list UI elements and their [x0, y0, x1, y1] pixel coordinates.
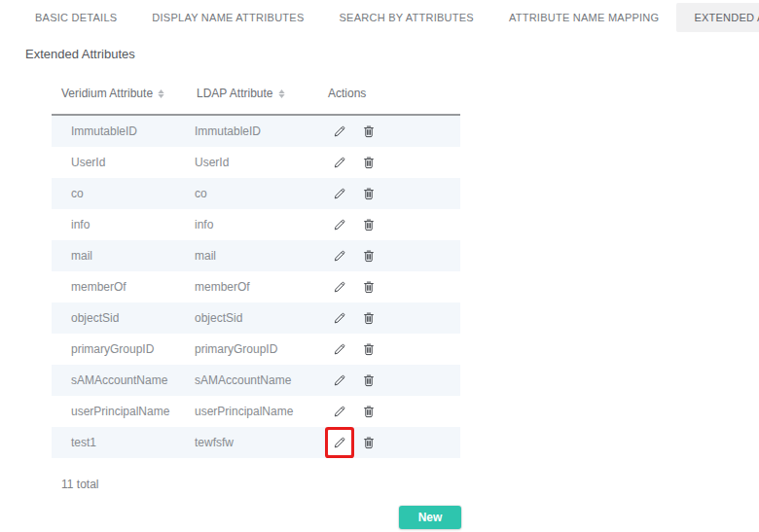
actions-cell [328, 212, 460, 237]
trash-icon [362, 218, 376, 231]
delete-button[interactable] [357, 337, 380, 362]
pencil-icon [333, 249, 346, 263]
veridium-attribute-cell: objectSid [71, 311, 195, 325]
edit-button[interactable] [328, 243, 351, 268]
footer-actions: New [52, 506, 461, 529]
delete-button[interactable] [357, 368, 380, 393]
table-row: UserIdUserId [52, 147, 460, 178]
actions-cell [328, 119, 460, 144]
tab-bar: BASIC DETAILSDISPLAY NAME ATTRIBUTESSEAR… [18, 3, 755, 32]
edit-button[interactable] [328, 212, 351, 237]
veridium-attribute-cell: info [71, 218, 195, 231]
delete-button[interactable] [357, 305, 380, 331]
tab-attribute-name-mapping[interactable]: ATTRIBUTE NAME MAPPING [491, 3, 676, 32]
veridium-attribute-cell: primaryGroupID [71, 342, 195, 356]
trash-icon [362, 280, 376, 294]
delete-button[interactable] [357, 430, 380, 455]
table-row: coco [52, 178, 460, 209]
trash-icon [362, 311, 376, 325]
tab-extended-attributes[interactable]: EXTENDED ATTRIBUTES [676, 3, 759, 32]
edit-button-highlighted[interactable] [328, 430, 351, 455]
ldap-attribute-cell: tewfsfw [195, 436, 328, 449]
new-button[interactable]: New [399, 506, 461, 529]
delete-button[interactable] [357, 399, 380, 424]
delete-button[interactable] [357, 212, 380, 237]
pencil-icon [333, 405, 346, 418]
extended-attributes-table: Veridium Attribute LDAP Attribute Action… [52, 77, 460, 458]
edit-button[interactable] [328, 399, 351, 424]
veridium-attribute-cell: co [71, 187, 195, 200]
ldap-attribute-cell: ImmutableID [195, 124, 328, 138]
page-title: Extended Attributes [25, 47, 759, 61]
trash-icon [362, 342, 376, 356]
edit-button[interactable] [328, 368, 351, 393]
table-row: infoinfo [52, 209, 460, 240]
tab-basic-details[interactable]: BASIC DETAILS [18, 3, 134, 32]
pencil-icon [333, 280, 346, 294]
pencil-icon [333, 124, 346, 138]
actions-cell [328, 430, 460, 455]
trash-icon [362, 187, 376, 200]
veridium-attribute-cell: memberOf [71, 280, 195, 294]
actions-cell [328, 305, 460, 331]
edit-button[interactable] [328, 150, 351, 175]
ldap-attribute-cell: memberOf [195, 280, 328, 294]
actions-cell [328, 399, 460, 424]
column-header-veridium-attribute[interactable]: Veridium Attribute [61, 87, 197, 100]
veridium-attribute-cell: ImmutableID [71, 124, 195, 138]
table-row: mailmail [52, 240, 460, 271]
veridium-attribute-cell: UserId [71, 156, 195, 169]
tab-search-by-attributes[interactable]: SEARCH BY ATTRIBUTES [321, 3, 490, 32]
table-body: ImmutableIDImmutableID UserIdUserId coco… [52, 116, 460, 458]
ldap-attribute-cell: userPrincipalName [195, 405, 328, 418]
table-row: primaryGroupIDprimaryGroupID [52, 334, 460, 365]
table-row: memberOfmemberOf [52, 271, 460, 302]
actions-cell [328, 368, 460, 393]
column-header-label: Actions [328, 87, 366, 100]
edit-button[interactable] [328, 119, 351, 144]
veridium-attribute-cell: mail [71, 249, 195, 263]
trash-icon [362, 156, 376, 169]
veridium-attribute-cell: userPrincipalName [71, 405, 195, 418]
sort-icon [278, 89, 285, 98]
actions-cell [328, 150, 460, 175]
pencil-icon [333, 218, 346, 231]
delete-button[interactable] [357, 150, 380, 175]
table-header-row: Veridium Attribute LDAP Attribute Action… [52, 77, 460, 116]
trash-icon [362, 124, 376, 138]
pencil-icon [333, 311, 346, 325]
edit-button[interactable] [328, 305, 351, 331]
actions-cell [328, 181, 460, 206]
sort-icon [158, 89, 164, 98]
table-row: userPrincipalNameuserPrincipalName [52, 396, 460, 427]
table-row: objectSidobjectSid [52, 302, 460, 334]
edit-button[interactable] [328, 181, 351, 206]
pencil-icon [333, 436, 346, 449]
pencil-icon [333, 187, 346, 200]
pencil-icon [333, 156, 346, 169]
ldap-attribute-cell: objectSid [195, 311, 328, 325]
delete-button[interactable] [357, 274, 380, 300]
veridium-attribute-cell: test1 [71, 436, 195, 449]
ldap-attribute-cell: co [195, 187, 328, 200]
column-header-actions: Actions [328, 87, 460, 100]
total-count-label: 11 total [61, 478, 759, 491]
edit-button[interactable] [328, 274, 351, 300]
trash-icon [362, 436, 376, 449]
table-row: ImmutableIDImmutableID [52, 116, 460, 147]
ldap-attribute-cell: info [195, 218, 328, 231]
delete-button[interactable] [357, 181, 380, 206]
ldap-attribute-cell: primaryGroupID [195, 342, 328, 356]
delete-button[interactable] [357, 243, 380, 268]
ldap-attribute-cell: mail [195, 249, 328, 263]
column-header-ldap-attribute[interactable]: LDAP Attribute [197, 87, 328, 100]
trash-icon [362, 249, 376, 263]
delete-button[interactable] [357, 119, 380, 144]
column-header-label: LDAP Attribute [197, 87, 273, 100]
edit-button[interactable] [328, 337, 351, 362]
tab-display-name-attributes[interactable]: DISPLAY NAME ATTRIBUTES [134, 3, 321, 32]
actions-cell [328, 337, 460, 362]
veridium-attribute-cell: sAMAccountName [71, 373, 195, 387]
pencil-icon [333, 342, 346, 356]
column-header-label: Veridium Attribute [61, 87, 153, 100]
